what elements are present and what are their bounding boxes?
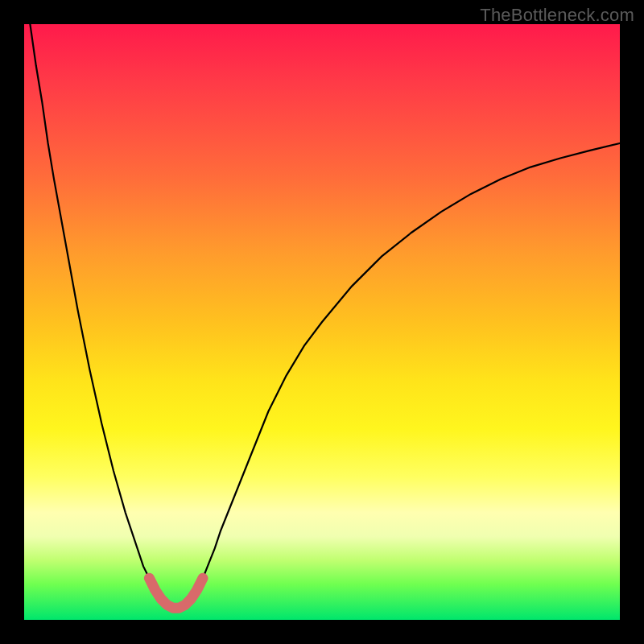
- curve-svg: [24, 24, 620, 620]
- highlight-segment-path: [149, 578, 203, 608]
- plot-area: [24, 24, 620, 620]
- watermark-text: TheBottleneck.com: [480, 5, 634, 26]
- bottleneck-curve-path: [30, 24, 620, 608]
- chart-frame: TheBottleneck.com: [0, 0, 644, 644]
